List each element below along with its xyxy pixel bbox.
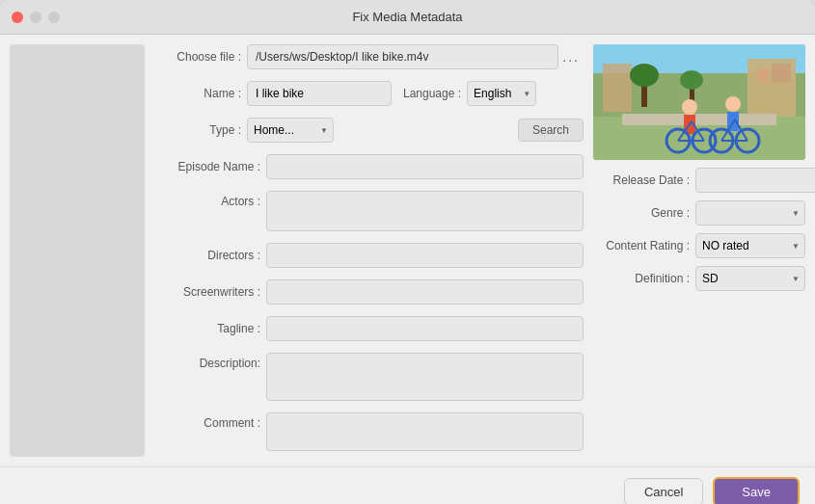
minimize-button[interactable] [30, 12, 41, 23]
definition-label: Definition : [593, 272, 690, 285]
left-panel [10, 44, 145, 457]
tagline-row: Tagline : [154, 316, 584, 341]
content-rating-row: Content Rating : NO rated G PG PG-13 R [593, 233, 805, 258]
directors-label: Directors : [154, 249, 260, 262]
svg-rect-4 [757, 68, 769, 83]
name-language-row: Name : Language : English French Spanish [154, 81, 584, 106]
cancel-button[interactable]: Cancel [624, 478, 703, 504]
save-button[interactable]: Save [713, 477, 800, 504]
content-rating-label: Content Rating : [593, 239, 690, 252]
definition-select-wrapper: SD HD 4K [695, 266, 805, 291]
actors-label: Actors : [154, 191, 260, 208]
definition-select[interactable]: SD HD 4K [695, 266, 805, 291]
screenwriters-row: Screenwriters : [154, 279, 584, 305]
episode-name-input[interactable] [266, 154, 584, 179]
episode-name-row: Episode Name : [154, 154, 584, 179]
release-date-input[interactable] [695, 168, 815, 193]
svg-point-9 [680, 70, 703, 90]
content-rating-select-wrapper: NO rated G PG PG-13 R [695, 233, 805, 258]
comment-label: Comment : [154, 412, 260, 430]
close-button[interactable] [12, 12, 23, 23]
release-date-row: Release Date : [593, 168, 805, 193]
svg-rect-2 [603, 64, 632, 112]
screenwriters-input[interactable] [266, 279, 584, 305]
genre-label: Genre : [593, 206, 690, 220]
description-label: Description: [154, 353, 260, 370]
choose-file-label: Choose file : [154, 50, 241, 64]
genre-select-wrapper: Action Comedy Drama [695, 200, 805, 225]
main-window: Fix Media Metadata Choose file : ... Nam… [0, 0, 815, 504]
main-form: Choose file : ... Name : Language : Engl… [154, 44, 584, 457]
actors-input[interactable] [266, 191, 584, 231]
type-label: Type : [154, 123, 241, 137]
thumbnail [593, 44, 805, 160]
release-date-label: Release Date : [593, 173, 690, 187]
svg-rect-11 [622, 114, 776, 125]
more-button[interactable]: ... [558, 49, 584, 65]
svg-point-7 [630, 64, 659, 87]
directors-row: Directors : [154, 243, 584, 268]
genre-row: Genre : Action Comedy Drama [593, 200, 805, 225]
svg-point-12 [682, 99, 697, 115]
type-select[interactable]: Home... Movie TV Show [247, 118, 334, 143]
titlebar: Fix Media Metadata [0, 0, 815, 35]
episode-name-label: Episode Name : [154, 160, 260, 173]
thumbnail-image [593, 44, 805, 160]
traffic-lights [12, 12, 60, 23]
language-select[interactable]: English French Spanish [467, 81, 536, 106]
content-rating-select[interactable]: NO rated G PG PG-13 R [695, 233, 805, 258]
right-panel: Release Date : Genre : Action Comedy Dra… [593, 44, 805, 457]
footer: Cancel Save [0, 466, 815, 504]
tagline-label: Tagline : [154, 322, 260, 335]
name-label: Name : [154, 87, 241, 100]
file-row: Choose file : ... [154, 44, 584, 69]
search-button[interactable]: Search [518, 119, 584, 142]
right-form: Release Date : Genre : Action Comedy Dra… [593, 168, 805, 291]
tagline-input[interactable] [266, 316, 584, 341]
svg-point-19 [725, 96, 741, 112]
language-select-wrapper: English French Spanish [467, 81, 536, 106]
language-label: Language : [403, 87, 461, 100]
maximize-button[interactable] [48, 12, 60, 23]
description-input[interactable] [266, 353, 584, 401]
screenwriters-label: Screenwriters : [154, 285, 260, 299]
type-search-row: Type : Home... Movie TV Show Search [154, 118, 584, 143]
description-row: Description: [154, 353, 584, 401]
comment-input[interactable] [266, 412, 584, 451]
directors-input[interactable] [266, 243, 584, 268]
window-title: Fix Media Metadata [352, 10, 462, 24]
comment-row: Comment : [154, 412, 584, 451]
file-path-input[interactable] [247, 44, 558, 69]
actors-row: Actors : [154, 191, 584, 231]
definition-row: Definition : SD HD 4K [593, 266, 805, 291]
name-input[interactable] [247, 81, 392, 106]
content-area: Choose file : ... Name : Language : Engl… [0, 35, 815, 466]
genre-select[interactable]: Action Comedy Drama [695, 200, 805, 225]
svg-rect-5 [772, 64, 791, 83]
type-select-wrapper: Home... Movie TV Show [247, 118, 334, 143]
